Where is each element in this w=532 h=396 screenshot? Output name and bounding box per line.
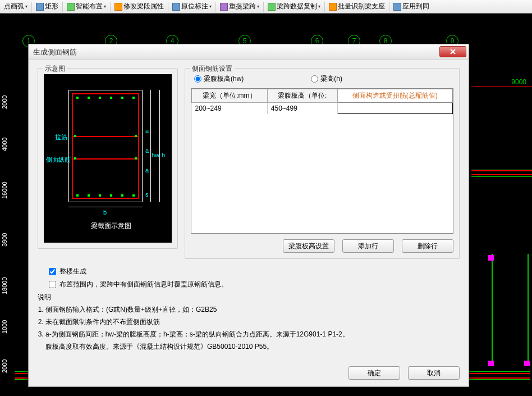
toolbar-item-modify-beam-prop[interactable]: 修改梁段属性 <box>113 1 166 12</box>
cad-line <box>471 176 532 177</box>
rebar-table[interactable]: 梁宽（单位:mm） 梁腹板高（单位: 侧面构造或受扭筋(总配筋值) 200~24… <box>191 88 453 234</box>
radio-h-input[interactable] <box>311 75 318 83</box>
ruler-value: 16000 <box>1 181 8 199</box>
cancel-button[interactable]: 取消 <box>408 366 460 380</box>
dialog-titlebar[interactable]: 生成侧面钢筋 <box>29 44 469 60</box>
desc-list: 侧面钢筋输入格式：(G或N)数量+级别+直径，如：G2B25 未在截面限制条件内… <box>38 304 460 339</box>
col-side-rebar[interactable]: 侧面构造或受扭筋(总配筋值) <box>337 89 452 103</box>
desc-item: a-为侧面钢筋间距；hw-梁的腹板高度；h-梁高；s-梁的纵向钢筋合力点距离。来… <box>45 329 460 339</box>
cad-marker <box>524 361 530 366</box>
check-whole-building-input[interactable] <box>49 268 56 275</box>
check-override-label: 布置范围内，梁跨中有侧面钢筋信息时覆盖原钢筋信息。 <box>59 280 228 289</box>
cell-width[interactable]: 200~249 <box>192 103 268 114</box>
desc-item: 未在截面限制条件内的不布置侧面纵筋 <box>45 317 460 327</box>
check-whole-building-label: 整楼生成 <box>59 267 86 276</box>
cad-marker <box>488 255 494 261</box>
table-header-row: 梁宽（单位:mm） 梁腹板高（单位: 侧面构造或受扭筋(总配筋值) <box>192 89 453 103</box>
cad-line <box>471 87 532 87</box>
cad-line <box>471 170 532 171</box>
toolbar-item-copy-span-data[interactable]: 梁跨数据复制▾ <box>266 1 322 12</box>
check-override-input[interactable] <box>49 281 56 288</box>
check-override[interactable]: 布置范围内，梁跨中有侧面钢筋信息时覆盖原钢筋信息。 <box>49 280 460 289</box>
add-row-button[interactable]: 添加行 <box>342 239 394 253</box>
cad-line <box>492 254 493 366</box>
radio-hw-input[interactable] <box>194 75 201 83</box>
span-icon <box>220 3 228 11</box>
rect-icon <box>36 3 44 11</box>
cad-marker <box>488 361 494 366</box>
radio-h[interactable]: 梁高(h) <box>311 74 342 84</box>
settings-fieldset: 侧面钢筋设置 梁腹板高(hw) 梁高(h) 梁宽 <box>185 68 460 259</box>
toolbar-item-smart-layout[interactable]: 智能布置▾ <box>65 1 108 12</box>
schematic-fieldset: 示意图 拉筋 侧面纵筋 hw h a a a s b <box>38 68 178 249</box>
settings-label: 侧面钢筋设置 <box>190 64 235 74</box>
apply-icon <box>393 3 401 11</box>
close-icon <box>449 48 457 56</box>
col-beam-width[interactable]: 梁宽（单位:mm） <box>192 89 268 103</box>
col-web-height[interactable]: 梁腹板高（单位: <box>267 89 337 103</box>
radio-hw[interactable]: 梁腹板高(hw) <box>194 74 244 84</box>
cell-side-rebar[interactable] <box>337 103 452 114</box>
cell-height[interactable]: 450~499 <box>267 103 337 114</box>
annot-icon <box>172 3 180 11</box>
ruler-value: 2000 <box>1 95 8 109</box>
toolbar-item-resubmit-span[interactable]: 重提梁跨▾ <box>218 1 261 12</box>
hw-settings-button[interactable]: 梁腹板高设置 <box>283 239 334 253</box>
pencil-icon <box>114 3 122 11</box>
layout-icon <box>67 3 75 11</box>
ruler-value: 1000 <box>1 320 8 334</box>
close-button[interactable] <box>439 46 466 57</box>
ruler-value: 3900 <box>1 233 8 247</box>
toolbar-item-inplace-annot[interactable]: 原位标注▾ <box>171 1 213 12</box>
ruler-value: 4000 <box>1 138 8 151</box>
schematic-image: 拉筋 侧面纵筋 hw h a a a s b <box>44 74 172 243</box>
dimension-label: 9000 <box>511 78 526 86</box>
desc-sub: 腹板高度取有效高度。来源于《混凝土结构设计规范》GB50010-2010 P55… <box>38 342 460 352</box>
toolbar-item-batch-identify[interactable]: 批量识别梁支座 <box>327 1 387 12</box>
delete-row-button[interactable]: 删除行 <box>402 239 453 253</box>
schematic-label: 示意图 <box>43 64 67 74</box>
cad-line <box>471 174 532 175</box>
copy-icon <box>268 3 276 11</box>
toolbar-item-apply-same[interactable]: 应用到同 <box>392 1 431 12</box>
desc-label: 说明 <box>38 293 460 302</box>
cad-line <box>528 254 529 366</box>
toolbar-item-arc[interactable]: 点画弧▾ <box>2 1 29 12</box>
table-row[interactable]: 200~249 450~499 <box>192 103 453 114</box>
check-whole-building[interactable]: 整楼生成 <box>49 267 460 276</box>
batch-icon <box>329 3 337 11</box>
generate-side-rebar-dialog: 生成侧面钢筋 示意图 拉筋 侧面纵筋 hw h a a <box>28 44 469 387</box>
ruler-value: 18000 <box>1 277 8 294</box>
radio-hw-label: 梁腹板高(hw) <box>204 74 244 84</box>
main-toolbar: 点画弧▾ 矩形 智能布置▾ 修改梁段属性 原位标注▾ 重提梁跨▾ 梁跨数据复制▾… <box>0 0 532 13</box>
ruler-value: 2000 <box>1 359 8 373</box>
dialog-title: 生成侧面钢筋 <box>33 47 77 57</box>
ok-button[interactable]: 确定 <box>348 366 400 380</box>
radio-h-label: 梁高(h) <box>320 74 342 84</box>
desc-item: 侧面钢筋输入格式：(G或N)数量+级别+直径，如：G2B25 <box>45 304 460 315</box>
toolbar-item-rect[interactable]: 矩形 <box>34 1 60 12</box>
